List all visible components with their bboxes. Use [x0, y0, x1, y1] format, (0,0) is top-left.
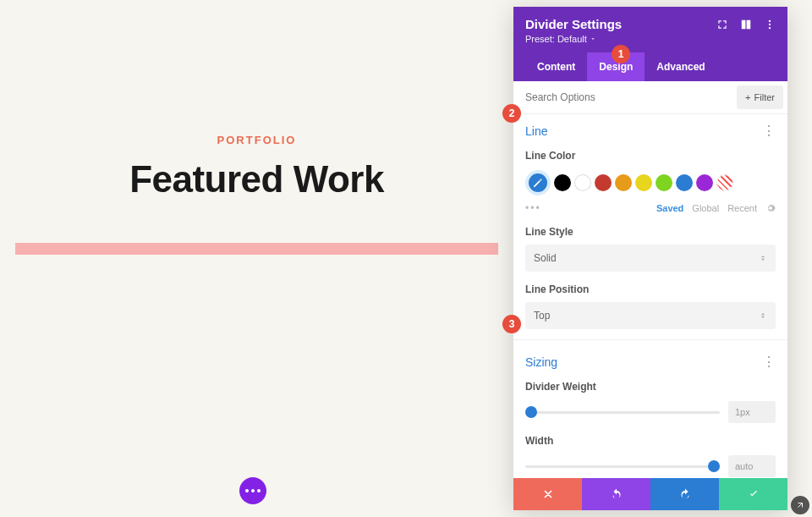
columns-icon[interactable] [740, 19, 752, 30]
line-color-label: Line Color [525, 150, 776, 162]
line-position-label: Line Position [525, 283, 776, 295]
cancel-button[interactable] [513, 478, 582, 510]
line-style-label: Line Style [525, 226, 776, 238]
save-button[interactable] [719, 478, 787, 510]
divider-module-preview[interactable] [15, 243, 498, 255]
swatch-black[interactable] [554, 174, 571, 191]
swatch-red[interactable] [595, 174, 612, 191]
kebab-icon[interactable] [764, 19, 776, 30]
line-position-select[interactable]: Top [525, 302, 776, 329]
page-preview: PORTFOLIO Featured Work [0, 0, 513, 255]
preset-selector[interactable]: Preset: Default [525, 34, 776, 44]
panel-body: Line ⋮ Line Color ••• [513, 114, 787, 478]
section-sizing: Sizing ⋮ Divider Weight 1px Width auto M… [513, 345, 787, 478]
tab-content[interactable]: Content [525, 52, 587, 81]
section-line: Line ⋮ Line Color ••• [513, 114, 787, 334]
swatch-yellow[interactable] [635, 174, 652, 191]
swatch-green[interactable] [656, 174, 672, 191]
swatch-blue[interactable] [676, 174, 693, 191]
undo-button[interactable] [582, 478, 650, 510]
swatch-purple[interactable] [696, 174, 713, 191]
section-line-title[interactable]: Line [525, 124, 547, 138]
svg-point-0 [769, 19, 771, 21]
palette-recent[interactable]: Recent [727, 203, 757, 213]
annotation-2: 2 [502, 104, 521, 123]
fab-more-button[interactable] [239, 477, 266, 504]
divider-weight-value[interactable]: 1px [728, 401, 776, 423]
search-input[interactable] [513, 81, 737, 113]
annotation-1: 1 [612, 45, 630, 63]
annotation-3: 3 [502, 315, 521, 333]
expand-icon[interactable] [716, 19, 728, 30]
section-line-menu[interactable]: ⋮ [762, 124, 776, 138]
width-value[interactable]: auto [728, 455, 776, 477]
svg-point-1 [769, 23, 771, 25]
divider-weight-slider[interactable] [525, 411, 720, 414]
width-label: Width [525, 435, 776, 447]
section-sizing-menu[interactable]: ⋮ [762, 355, 776, 369]
line-style-select[interactable]: Solid [525, 245, 776, 272]
palette-global[interactable]: Global [692, 203, 719, 213]
panel-header: Divider Settings Preset: Default Content… [513, 7, 787, 81]
page-subtitle: PORTFOLIO [0, 134, 513, 146]
swatch-orange[interactable] [615, 174, 632, 191]
page-title: Featured Work [0, 158, 513, 201]
tab-advanced[interactable]: Advanced [645, 52, 716, 81]
palette-saved[interactable]: Saved [656, 203, 683, 213]
swatch-none[interactable] [716, 174, 733, 191]
divider-weight-label: Divider Weight [525, 381, 776, 393]
section-sizing-title[interactable]: Sizing [525, 355, 557, 369]
panel-title: Divider Settings [525, 17, 622, 31]
color-swatches [525, 170, 776, 195]
redo-button[interactable] [650, 478, 719, 510]
svg-point-2 [769, 26, 771, 28]
filter-button[interactable]: +Filter [737, 85, 783, 109]
width-slider[interactable] [525, 465, 720, 468]
swatch-white[interactable] [574, 174, 591, 191]
settings-panel: Divider Settings Preset: Default Content… [513, 7, 787, 510]
gear-icon[interactable] [765, 203, 776, 213]
swatch-picker[interactable] [525, 170, 551, 195]
swatch-more[interactable]: ••• [525, 202, 541, 214]
resize-handle[interactable] [791, 496, 809, 514]
panel-footer [513, 478, 787, 510]
